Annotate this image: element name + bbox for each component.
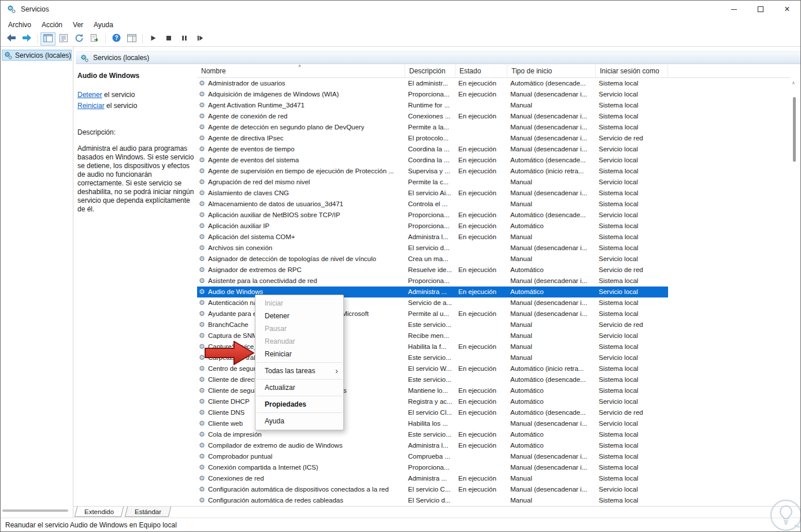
toolbar: ? [1,31,800,47]
title-bar[interactable]: Servicios [1,1,800,18]
context-menu-item-detener[interactable]: Detener [255,310,343,322]
menu-item-accion[interactable]: Acción [36,20,68,30]
service-status-cell [455,330,507,341]
context-menu-item-reiniciar[interactable]: Reiniciar [255,348,343,360]
table-row[interactable]: Configuración automática de redes cablea… [197,495,668,506]
column-header-iniciar-sesion-como[interactable]: Iniciar sesión como [596,65,668,77]
stop-service-button[interactable] [161,32,176,46]
table-row[interactable]: Aplicación auxiliar de NetBIOS sobre TCP… [197,210,668,221]
minimize-button[interactable] [721,1,747,18]
context-menu-item-actualizar[interactable]: Actualizar [255,381,343,394]
service-startup-type-cell: Manual [507,495,596,506]
table-row[interactable]: Agent Activation Runtime_3d471Runtime fo… [197,100,668,111]
tab-label: Extendido [84,508,114,515]
vertical-scrollbar-thumb[interactable] [793,97,796,162]
table-row[interactable]: Conexión compartida a Internet (ICS)Prop… [197,462,668,473]
start-service-button[interactable] [146,32,161,46]
menu-item-ayuda[interactable]: Ayuda [88,20,118,30]
column-header-estado[interactable]: Estado [455,65,507,77]
export-button[interactable] [87,32,102,46]
table-row[interactable]: Asignador de detección de topologías de … [197,254,668,265]
service-gear-icon [199,495,208,506]
service-name-cell: Agente de directiva IPsec [197,133,405,144]
pause-service-button[interactable] [177,32,192,46]
table-row[interactable]: Aislamiento de claves CNGEl servicio Ai.… [197,188,668,199]
service-description-cell: Coordina la ... [405,144,455,155]
service-gear-icon [199,440,208,451]
table-row[interactable]: Archivos sin conexiónEl servicio d...Man… [197,243,668,254]
service-startup-type-cell: Manual (desencadenar i... [507,451,596,462]
link-suffix: el servicio [102,91,135,99]
restart-service-button[interactable] [192,32,207,46]
table-row[interactable]: Configuración automática de dispositivos… [197,484,668,495]
stop-service-icon [165,34,173,44]
table-row[interactable]: Agente de supervisión en tiempo de ejecu… [197,166,668,177]
scrollbar-up-icon[interactable] [792,80,798,86]
reiniciar-service-link[interactable]: Reiniciar [77,102,105,110]
service-description-cell: Este servicio... [405,429,455,440]
table-row[interactable]: Asignador de extremos de RPCResuelve ide… [197,265,668,276]
service-logon-as-cell: Sistema local [596,308,668,319]
table-row[interactable]: Conexiones de redAdministra ...En ejecuc… [197,473,668,484]
table-row[interactable]: Aplicación auxiliar IPProporciona...En e… [197,221,668,232]
tab-extendido[interactable]: Extendido [75,507,124,517]
menu-item-archivo[interactable]: Archivo [3,20,36,30]
service-name-cell: Asignador de detección de topologías de … [197,254,405,265]
column-header-nombre[interactable]: Nombre [197,65,405,77]
column-header-tipo-de-inicio[interactable]: Tipo de inicio [507,65,596,77]
menu-item-ver[interactable]: Ver [68,20,88,30]
service-name: Asignador de extremos de RPC [208,265,302,276]
table-row[interactable]: Cola de impresiónEste servicio...En ejec… [197,429,668,440]
table-row[interactable]: Almacenamiento de datos de usuarios_3d47… [197,199,668,210]
column-header-descripcion[interactable]: Descripción [405,65,455,77]
context-menu-item-ayuda[interactable]: Ayuda [255,415,343,427]
extended-info-pane: Audio de Windows Detener el servicioRein… [77,68,195,503]
back-button[interactable] [3,32,18,46]
table-row[interactable]: Agente de eventos del sistemaCoordina la… [197,155,668,166]
context-menu-item-propiedades[interactable]: Propiedades [255,398,343,411]
services-app-icon [7,5,16,14]
pause-service-icon [180,34,188,44]
maximize-button[interactable] [747,1,774,18]
service-logon-as-cell: Sistema local [596,122,668,133]
service-description-cell: El servicio d... [405,243,455,254]
table-row[interactable]: Agente de detección en segundo plano de … [197,122,668,133]
table-row[interactable]: Adquisición de imágenes de Windows (WIA)… [197,89,668,100]
service-startup-type-cell: Manual (desencadenar i... [507,308,596,319]
close-button[interactable] [774,1,800,18]
service-logon-as-cell: Servicio local [596,155,668,166]
table-row[interactable]: Administrador de usuariosEl administr...… [197,78,668,89]
service-logon-as-cell: Sistema local [596,100,668,111]
tree-item-servicios-locales[interactable]: Servicios (locales) [2,50,72,61]
table-row[interactable]: Agente de eventos de tiempoCoordina la .… [197,144,668,155]
table-row[interactable]: Agente de conexión de redConexiones ...E… [197,111,668,122]
table-row[interactable]: Asistente para la conectividad de redPro… [197,276,668,287]
column-header-label: Iniciar sesión como [600,67,659,75]
tree-horizontal-scrollbar[interactable] [2,509,68,512]
tab-estandar[interactable]: Estándar [125,507,172,517]
table-row[interactable]: Agrupación de red del mismo nivelPermite… [197,177,668,188]
main-pane: Servicios (locales) Audio de Windows Det… [73,47,800,506]
window-pane-button[interactable] [124,32,139,46]
help-button[interactable]: ? [109,32,124,46]
show-console-tree-button[interactable] [40,32,55,46]
service-logon-as-cell: Sistema local [596,473,668,484]
export-list-button[interactable] [56,32,71,46]
table-row[interactable]: Aplicación del sistema COM+Administra l.… [197,232,668,243]
service-status-cell: En ejecución [455,396,507,407]
table-row[interactable]: Compilador de extremo de audio de Window… [197,440,668,451]
table-row[interactable]: Agente de directiva IPsecEl protocolo...… [197,133,668,144]
service-description-cell: El Servicio d... [405,495,455,506]
detener-service-link[interactable]: Detener [77,91,102,99]
table-row[interactable]: Comprobador puntualComprueba ...Manual (… [197,451,668,462]
column-header-label: Estado [459,67,481,75]
service-status-cell: En ejecución [455,473,507,484]
service-startup-type-cell: Manual (desencadenar i... [507,133,596,144]
service-startup-type-cell: Automático (desencade... [507,407,596,418]
forward-button[interactable] [19,32,34,46]
show-console-tree-icon [43,34,53,44]
service-startup-type-cell: Manual (desencadenar i... [507,89,596,100]
context-menu-item-todas-las-tareas[interactable]: Todas las tareas [255,364,343,377]
context-menu-item-label: Reiniciar [265,350,292,358]
refresh-button[interactable] [72,32,87,46]
